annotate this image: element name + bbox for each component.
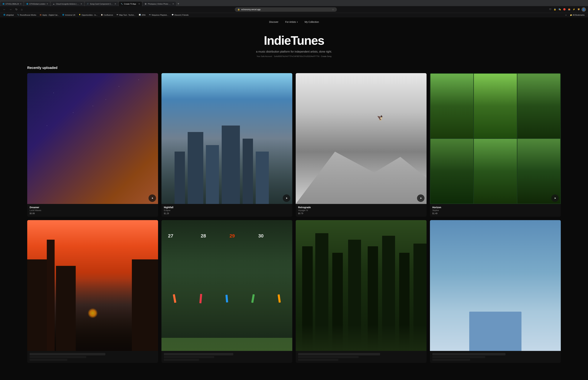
card-image-hangers: 27 28 29 30: [161, 220, 292, 351]
stars-decoration: [27, 73, 158, 204]
lock-icon: 🔒: [238, 8, 240, 11]
app-content: Discover For Artists ▾ My Collection Ind…: [0, 17, 588, 377]
reload-button[interactable]: ↻: [14, 7, 19, 12]
nav-my-collection[interactable]: My Collection: [304, 20, 319, 23]
tab-close-4[interactable]: ✕: [114, 3, 116, 5]
bookmark-ethglobal[interactable]: 🌐 ethglobal: [2, 14, 15, 16]
forward-button[interactable]: →: [8, 7, 13, 12]
music-card-hangers[interactable]: 27 28 29 30: [161, 220, 292, 363]
tab-favicon-1: 🌐: [2, 3, 5, 5]
card-image-camera: [430, 220, 561, 351]
bookmark-confluence[interactable]: 📋 Confluence: [99, 14, 114, 16]
card-price-horizon: $1.49: [432, 212, 558, 215]
all-bookmarks[interactable]: 📁 All Bookmarks: [569, 14, 586, 16]
new-tab-button[interactable]: +: [176, 1, 181, 6]
account-address: 0xAd9DB7fa24cF77FeCAF8B760cCFe2EE0AeFF77…: [274, 55, 319, 57]
card-title-forest: [298, 353, 380, 355]
tab-label-5: Create T3 App: [124, 3, 137, 5]
music-card-forest[interactable]: [296, 220, 427, 363]
play-button-dreamer[interactable]: [149, 194, 156, 202]
bookmark-apply[interactable]: 💼 Apply - Digital Cat...: [38, 14, 60, 16]
nav-for-artists[interactable]: For Artists ▾: [285, 20, 298, 23]
music-card-dreamer[interactable]: Dreamer Lucid Waves $0.99: [27, 73, 158, 217]
create-song-link[interactable]: Create Song: [321, 55, 331, 57]
music-card-nightfall[interactable]: Nightfall Eclipse $1.29: [161, 73, 292, 217]
back-button[interactable]: ←: [2, 7, 7, 12]
tab-favicon-6: 🖼: [144, 3, 147, 5]
music-card-camera[interactable]: [430, 220, 561, 363]
card-artist-retrograde: Voyager IV: [298, 209, 424, 212]
hero-subtitle: a music distribution platform for indepe…: [3, 50, 585, 53]
bookmark-label-1: ethglobal: [6, 14, 14, 16]
extension-icon-7[interactable]: 🦁: [577, 7, 581, 11]
tab-close-1[interactable]: ✕: [20, 3, 22, 5]
extension-icon-6[interactable]: ⚡: [572, 7, 576, 11]
toolbar-icons: 🛡 🔒 🎭 🔴 🦊 ⚡ 🦁 👤: [548, 7, 586, 12]
tab-close-6[interactable]: ✕: [172, 3, 174, 5]
bookmark-favicon-4: 🌐: [62, 14, 64, 16]
bookmark-discord[interactable]: 💬 Discord | Friends: [170, 14, 190, 16]
tab-create-t3[interactable]: 🔧 Create T3 App ✕: [118, 1, 142, 6]
bookmark-roundhouse[interactable]: 📎 Roundhouse Works: [16, 14, 38, 16]
card-artist-dreamer: Lucid Waves: [30, 209, 156, 212]
music-card-retrograde[interactable]: 🦅 Retrograde Voyager IV $0.79: [296, 73, 427, 217]
extension-icon-1[interactable]: 🛡: [548, 7, 552, 11]
card-title-horizon: Horizon: [432, 206, 558, 209]
card-image-city: [27, 220, 158, 351]
tab-close-2[interactable]: ✕: [46, 3, 48, 5]
card-price-retrograde: $0.79: [298, 212, 424, 215]
tab-ethglobal-london[interactable]: 🌐 ETHGlobal London ✕: [24, 1, 50, 6]
bookmark-star[interactable]: ☆: [332, 8, 334, 11]
bookmarks-bar: 🌐 ethglobal 📎 Roundhouse Works 💼 Apply -…: [0, 13, 588, 17]
bookmark-favicon-3: 💼: [40, 14, 42, 16]
bookmark-opportunities[interactable]: 💡 Opportunities - In...: [77, 14, 99, 16]
extension-icon-3[interactable]: 🎭: [558, 7, 562, 11]
bookmark-favicon-9: 🎮: [149, 14, 151, 16]
home-button[interactable]: ⌂: [20, 7, 24, 12]
extension-icon-4[interactable]: 🔴: [563, 7, 567, 11]
tab-photopea[interactable]: 🖼 Photopea | Online Photo Edit... ✕: [142, 1, 176, 6]
play-icon-retrograde: [419, 197, 422, 200]
url-input[interactable]: [241, 8, 331, 11]
card-title-city: [30, 353, 105, 355]
bookmark-label-3: Apply - Digital Cat...: [42, 14, 59, 16]
bookmark-map-tool[interactable]: 🗺 Map Tool - Techni...: [115, 14, 137, 16]
music-grid-row1: Dreamer Lucid Waves $0.99: [27, 73, 561, 217]
nav-discover[interactable]: Discover: [269, 20, 278, 23]
card-artist-camera: [432, 356, 485, 358]
profile-icon[interactable]: 👤: [582, 7, 586, 12]
extension-icon-2[interactable]: 🔒: [553, 7, 557, 11]
card-image-retrograde: 🦅: [296, 73, 427, 204]
music-card-city[interactable]: [27, 220, 158, 363]
card-artist-horizon: Skyline: [432, 209, 558, 212]
play-button-nightfall[interactable]: [283, 194, 290, 202]
bookmark-jira[interactable]: 📊 JIRA: [137, 14, 147, 16]
music-card-horizon[interactable]: Horizon Skyline $1.49: [430, 73, 561, 217]
tab-favicon-3: ☁: [53, 3, 55, 5]
card-image-forest: [296, 220, 427, 351]
hero-account: Your Safe Account: 0xAd9DB7fa24cF77FeCAF…: [3, 55, 585, 57]
extension-icon-5[interactable]: 🦊: [567, 7, 571, 11]
bookmark-favicon-10: 💬: [172, 14, 174, 16]
tab-ethglobal24[interactable]: 🌐 ETHGLOBAL24 ✕: [0, 1, 24, 6]
tab-cloud-incognito[interactable]: ☁ Cloud Incognito Actions | Wo... ✕: [50, 1, 84, 6]
hero-section: IndieTunes a music distribution platform…: [0, 27, 588, 62]
bookmark-label-6: Confluence: [104, 14, 113, 16]
card-artist-city: [30, 356, 86, 358]
bookmark-immerse[interactable]: 🌐 Immerse UK: [61, 14, 77, 16]
play-button-horizon[interactable]: [551, 194, 559, 202]
bookmark-favicon-7: 🗺: [116, 14, 119, 16]
card-price-forest: [298, 359, 338, 361]
tab-song-card[interactable]: 🎵 Song Card Component Creat... ✕: [84, 1, 118, 6]
play-button-retrograde[interactable]: [417, 194, 424, 202]
bookmark-favicon-1: 🌐: [3, 14, 5, 16]
card-title-dreamer: Dreamer: [30, 206, 156, 209]
tab-close-5[interactable]: ✕: [138, 3, 140, 5]
tab-close-3[interactable]: ✕: [80, 3, 82, 5]
card-title-retrograde: Retrograde: [298, 206, 424, 209]
card-title-nightfall: Nightfall: [164, 206, 290, 209]
address-bar[interactable]: 🔒 ☆: [235, 7, 337, 12]
card-price-dreamer: $0.99: [30, 212, 156, 215]
bookmark-nequinox[interactable]: 🎮 Nequinox Playtest...: [148, 14, 170, 16]
bookmarks-overflow-button[interactable]: »: [564, 14, 568, 16]
